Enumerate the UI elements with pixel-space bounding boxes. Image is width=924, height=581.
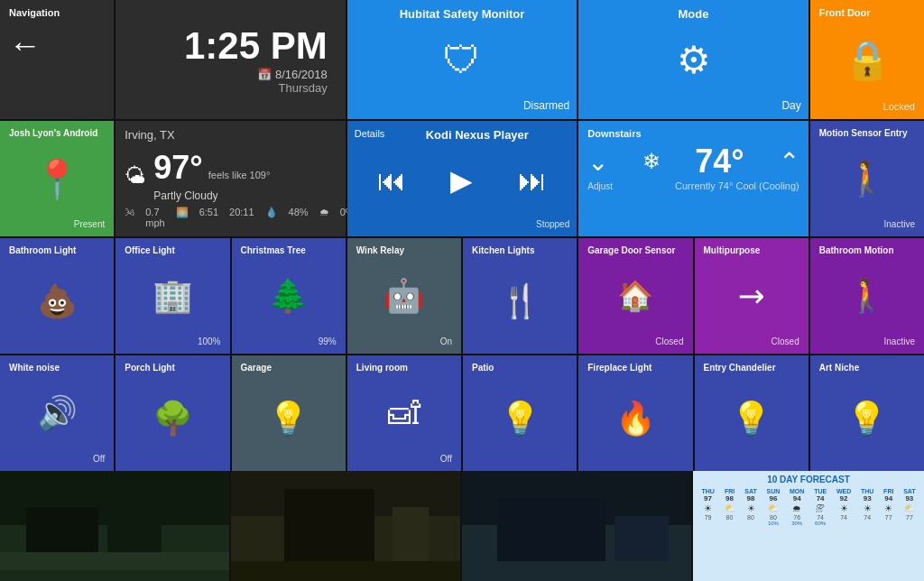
- hubitat-tile[interactable]: Hubitat Safety Monitor 🛡 Disarmed: [347, 0, 578, 119]
- chandelier-tile[interactable]: Entry Chandelier 💡: [695, 355, 808, 471]
- garage-bulb-icon: 💡: [241, 373, 337, 464]
- forecast-day: FRI 98 ⛅ 80: [725, 488, 735, 526]
- forecast-day: TUE 74 ⛈ 74 60%: [814, 488, 827, 526]
- multipurpose-tile[interactable]: Multipurpose ↗ Closed: [695, 238, 808, 354]
- fire-icon: 🔥: [587, 373, 683, 464]
- porch-icon: 🌳: [125, 373, 220, 464]
- tree-icon: 🌲: [241, 255, 337, 337]
- kodi-play-button[interactable]: ▶: [450, 163, 473, 198]
- whitenoise-title: White noise: [9, 363, 105, 373]
- forecast-day: FRI 94 ☀ 77: [883, 488, 893, 526]
- mode-title: Mode: [586, 7, 801, 21]
- livingroom-title: Living room: [356, 363, 452, 373]
- downstairs-temp: 74°: [695, 143, 744, 180]
- lock-icon: 🔒: [819, 19, 915, 101]
- weather-icon: 🌤: [125, 163, 146, 189]
- frontdoor-status: Locked: [819, 101, 915, 112]
- clock-tile: 1:25 PM 📅 8/16/2018 Thursday: [116, 0, 346, 119]
- sofa-icon: 🛋: [356, 373, 452, 454]
- kodi-status: Stopped: [355, 219, 570, 229]
- artniche-icon: 💡: [819, 373, 915, 464]
- motionsensor-title: Motion Sensor Entry: [819, 128, 915, 138]
- office-light-status: 100%: [125, 337, 220, 346]
- artniche-tile[interactable]: Art Niche 💡: [810, 355, 924, 471]
- wind-icon: 🌬: [125, 207, 134, 228]
- navigation-tile: Navigation ←: [0, 0, 114, 119]
- humidity-icon: 💧: [265, 207, 278, 228]
- frontdoor-title: Front Door: [819, 7, 915, 19]
- location-icon: 📍: [9, 138, 105, 219]
- bathroommotion-tile[interactable]: Bathroom Motion 🚶 Inactive: [810, 238, 924, 354]
- forecast-day: SAT 93 ⛅ 77: [903, 488, 915, 526]
- patio-tile[interactable]: Patio 💡: [463, 355, 577, 471]
- artniche-title: Art Niche: [819, 363, 915, 373]
- calendar-icon: 📅: [257, 68, 272, 81]
- bathroommotion-title: Bathroom Motion: [819, 245, 915, 255]
- downstairs-sub: Currently 74° Cool (Cooling): [675, 180, 799, 191]
- livingroom-tile[interactable]: Living room 🛋 Off: [347, 355, 461, 471]
- whitenoise-tile[interactable]: White noise 🔊 Off: [0, 355, 114, 471]
- gear-icon: ⚙: [677, 38, 711, 82]
- utensils-icon: 🍴: [472, 255, 568, 346]
- weather-feels: feels like 109°: [208, 170, 271, 180]
- porch-tile[interactable]: Porch Light 🌳: [116, 355, 229, 471]
- weather-wind: 0.7 mph: [145, 207, 164, 228]
- weather-description: Partly Cloudy: [153, 189, 217, 202]
- forecast-day: WED 92 ☀ 74: [836, 488, 851, 526]
- patio-bulb-icon: 💡: [472, 373, 568, 464]
- forecast-day: THU 93 ☀ 74: [861, 488, 873, 526]
- downstairs-adjust: Adjust: [587, 181, 613, 191]
- downstairs-tile[interactable]: Downstairs ⌄ ❄ 74° ⌃ Adjust Currently 74…: [578, 121, 808, 236]
- nav-title: Navigation: [9, 7, 105, 19]
- chandelier-title: Entry Chandelier: [704, 363, 799, 373]
- whitenoise-status: Off: [9, 454, 105, 464]
- bathroom-light-title: Bathroom Light: [9, 245, 105, 255]
- xmas-tree-status: 99%: [241, 337, 337, 346]
- forecast-day: SAT 98 ☀ 80: [744, 488, 756, 526]
- forecast-title: 10 DAY FORECAST: [697, 475, 920, 484]
- svg-rect-13: [614, 516, 669, 561]
- hubitat-status: Disarmed: [523, 99, 569, 112]
- mode-tile[interactable]: Mode ⚙ Day: [578, 0, 808, 119]
- garage-tile[interactable]: Garage 💡: [232, 355, 346, 471]
- bathroom-light-tile[interactable]: Bathroom Light 💩: [0, 238, 114, 354]
- clock-time: 1:25 PM: [184, 24, 328, 68]
- snowflake-icon: ❄: [642, 149, 661, 174]
- garage-sensor-tile[interactable]: Garage Door Sensor 🏠 Closed: [578, 238, 692, 354]
- kodi-prev-button[interactable]: ⏮: [377, 164, 406, 198]
- temp-up-button[interactable]: ⌃: [779, 147, 799, 177]
- motionsensor-tile[interactable]: Motion Sensor Entry 🚶 Inactive: [810, 121, 924, 236]
- fireplace-tile[interactable]: Fireplace Light 🔥: [578, 355, 692, 471]
- forecast-day: SUN 96 ⛅ 80 10%: [767, 488, 781, 526]
- wink-relay-status: On: [356, 337, 452, 346]
- kodi-next-button[interactable]: ⏭: [518, 164, 547, 198]
- presence-tile[interactable]: Josh Lyon's Android 📍 Present: [0, 121, 114, 236]
- kodi-details[interactable]: Details: [355, 128, 385, 142]
- porch-title: Porch Light: [125, 363, 220, 373]
- downstairs-title: Downstairs: [587, 128, 641, 139]
- svg-rect-9: [231, 561, 460, 581]
- office-light-title: Office Light: [125, 245, 220, 255]
- garage-sensor-title: Garage Door Sensor: [587, 245, 683, 255]
- motion-icon: 🚶: [819, 138, 915, 219]
- kitchen-lights-tile[interactable]: Kitchen Lights 🍴: [463, 238, 577, 354]
- forecast-day: THU 97 ☀ 79: [701, 488, 714, 526]
- office-light-tile[interactable]: Office Light 🏢 100%: [116, 238, 229, 354]
- walk-icon: 🚶: [819, 255, 915, 337]
- forecast-day: MON 94 🌧 76 30%: [790, 488, 804, 526]
- kodi-tile[interactable]: Details Kodi Nexus Player ⏮ ▶ ⏭ Stopped: [347, 121, 578, 236]
- clock-day: Thursday: [279, 81, 328, 95]
- back-button[interactable]: ←: [9, 26, 105, 64]
- camera3-tile: [462, 471, 691, 581]
- temp-down-button[interactable]: ⌄: [587, 147, 608, 177]
- weather-city: Irving, TX: [125, 128, 337, 142]
- wink-relay-tile[interactable]: Wink Relay 🤖 On: [347, 238, 461, 354]
- kodi-title: Kodi Nexus Player: [384, 128, 569, 142]
- weather-time: 6:51: [199, 207, 218, 228]
- garage-icon: 🏠: [587, 255, 683, 337]
- frontdoor-tile[interactable]: Front Door 🔒 Locked: [810, 0, 924, 119]
- xmas-tree-tile[interactable]: Christmas Tree 🌲 99%: [232, 238, 346, 354]
- patio-title: Patio: [472, 363, 568, 373]
- camera2-tile: [231, 471, 460, 581]
- bathroommotion-status: Inactive: [819, 337, 915, 346]
